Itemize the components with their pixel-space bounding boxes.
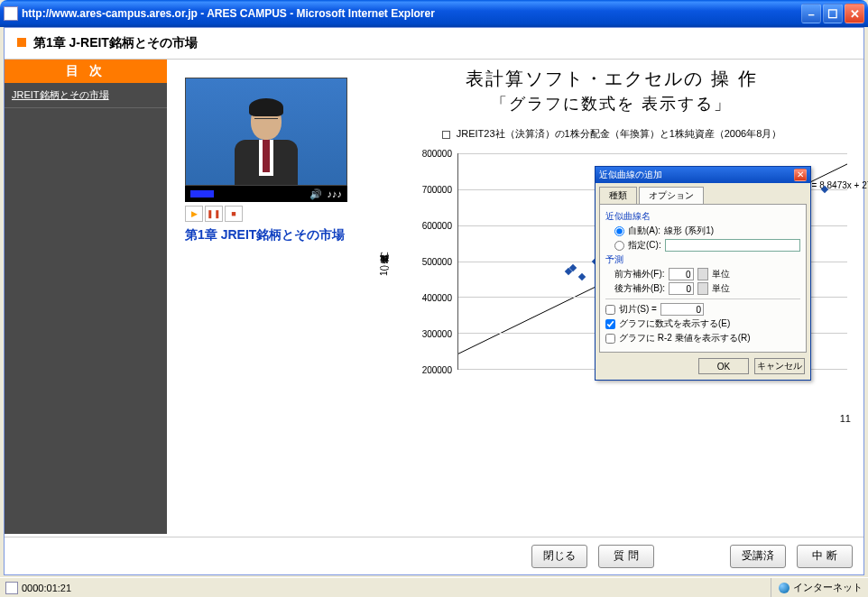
page-number: 11 <box>840 413 851 424</box>
forward-input[interactable] <box>669 268 694 280</box>
slide-area: 表計算ソフト・エクセルの 操 作 「グラフに数式を 表示する」 JREIT23社… <box>365 67 858 528</box>
dialog-cancel-button[interactable]: キャンセル <box>754 358 805 374</box>
window-title: http://www.ares-campus.ares.or.jp - ARES… <box>22 7 801 20</box>
forward-spinner[interactable] <box>697 268 708 280</box>
y-tick: 300000 <box>422 329 452 339</box>
stop-button[interactable]: ■ <box>225 206 243 222</box>
chapter-title: 第1章 J-REIT銘柄とその市場 <box>33 35 198 50</box>
dialog-close-button[interactable]: ✕ <box>794 169 807 181</box>
globe-icon <box>779 583 790 593</box>
intercept-input[interactable] <box>660 303 704 316</box>
progress-indicator <box>190 190 214 197</box>
sidebar: 目 次 JREIT銘柄とその市場 <box>5 60 167 534</box>
close-window-button[interactable]: ✕ <box>845 4 864 23</box>
sidebar-item-chapter1[interactable]: JREIT銘柄とその市場 <box>5 83 167 108</box>
bullet-icon <box>17 38 26 47</box>
completed-button[interactable]: 受講済 <box>730 545 786 568</box>
y-tick: 200000 <box>422 365 452 375</box>
checkbox-show-equation[interactable] <box>605 319 615 329</box>
status-time: 0000:01:21 <box>22 583 71 593</box>
checkbox-show-r2[interactable] <box>605 334 615 344</box>
status-bar: 0000:01:21 インターネット <box>0 577 868 597</box>
dialog-ok-button[interactable]: OK <box>698 358 749 374</box>
backward-input[interactable] <box>669 282 694 295</box>
main-area: 🔊 ♪♪♪ ▶ ❚❚ ■ 第1章 JREIT銘柄とその市場 表計算ソフト・エクセ… <box>167 60 863 534</box>
y-tick: 500000 <box>422 257 452 267</box>
custom-name-input[interactable] <box>665 239 800 252</box>
app-icon <box>4 6 18 21</box>
chapter-header: 第1章 J-REIT銘柄とその市場 <box>5 28 863 60</box>
slide-subtitle: 「グラフに数式を 表示する」 <box>365 93 858 115</box>
video-frame[interactable] <box>185 78 347 186</box>
checkbox-intercept[interactable] <box>605 305 615 315</box>
tab-type[interactable]: 種類 <box>599 187 637 204</box>
dialog-title-bar[interactable]: 近似曲線の追加 ✕ <box>596 167 810 183</box>
radio-auto-name[interactable] <box>614 226 624 236</box>
play-button[interactable]: ▶ <box>185 206 203 222</box>
close-button[interactable]: 閉じる <box>531 545 587 568</box>
group-trendline-name: 近似曲線名 <box>605 210 800 223</box>
trendline-dialog: 近似曲線の追加 ✕ 種類 オプション 近似曲線名 自動(A): 線形 (系列1) <box>595 166 811 381</box>
legend-square-icon <box>442 131 450 139</box>
y-tick: 800000 <box>422 149 452 159</box>
video-panel: 🔊 ♪♪♪ ▶ ❚❚ ■ 第1章 JREIT銘柄とその市場 <box>185 78 347 243</box>
status-zone: インターネット <box>793 581 863 594</box>
tab-options[interactable]: オプション <box>639 187 704 204</box>
dialog-title: 近似曲線の追加 <box>599 169 662 181</box>
group-forecast: 予測 <box>605 253 800 266</box>
content-frame: 第1章 J-REIT銘柄とその市場 目 次 JREIT銘柄とその市場 🔊 <box>4 27 864 575</box>
radio-custom-name[interactable] <box>614 241 624 251</box>
y-axis-label: 1株純資産(円) <box>378 265 391 276</box>
y-tick: 600000 <box>422 220 452 230</box>
question-button[interactable]: 質 問 <box>598 545 654 568</box>
video-progress-bar[interactable]: 🔊 ♪♪♪ <box>185 186 347 202</box>
y-tick: 400000 <box>422 292 452 302</box>
minimize-button[interactable]: – <box>801 4 821 23</box>
video-caption: 第1章 JREIT銘柄とその市場 <box>185 227 347 243</box>
abort-button[interactable]: 中 断 <box>797 545 853 568</box>
window-title-bar: http://www.ares-campus.ares.or.jp - ARES… <box>0 0 868 27</box>
slide-title: 表計算ソフト・エクセルの 操 作 <box>365 67 858 91</box>
toc-header: 目 次 <box>5 60 167 83</box>
presenter-figure <box>230 95 302 185</box>
speaker-icon[interactable]: 🔊 <box>309 188 322 200</box>
chart-caption: JREIT23社（決算済）の1株分配金（年換算）と1株純資産（2006年8月） <box>365 127 858 141</box>
backward-spinner[interactable] <box>697 282 708 295</box>
maximize-button[interactable]: ☐ <box>823 4 843 23</box>
music-notes-icon: ♪♪♪ <box>328 188 343 199</box>
footer-bar: 閉じる 質 問 受講済 中 断 <box>5 537 863 574</box>
ie-page-icon <box>5 582 18 594</box>
y-tick: 700000 <box>422 184 452 194</box>
pause-button[interactable]: ❚❚ <box>205 206 223 222</box>
